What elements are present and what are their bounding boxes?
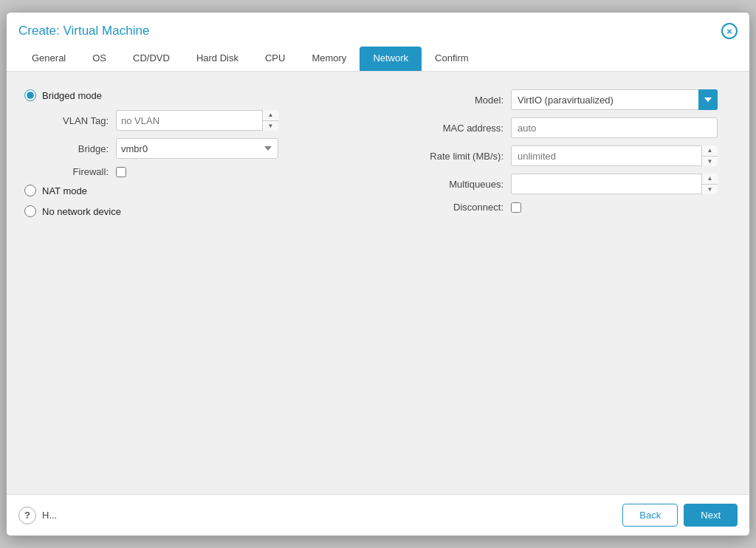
disconnect-checkbox-wrap — [511, 202, 521, 213]
title-row: Create: Virtual Machine × — [18, 23, 738, 39]
tab-harddisk[interactable]: Hard Disk — [183, 47, 252, 71]
mac-label: MAC address: — [393, 123, 504, 134]
disconnect-row: Disconnect: — [393, 202, 732, 213]
vlan-spinner-wrap: ▲ ▼ — [116, 110, 278, 131]
tab-general[interactable]: General — [18, 47, 79, 71]
vlan-label: VLAN Tag: — [42, 115, 109, 126]
tab-network[interactable]: Network — [360, 47, 422, 71]
nat-mode-option[interactable]: NAT mode — [24, 185, 363, 196]
dialog-title: Create: Virtual Machine — [18, 24, 149, 38]
bridge-select[interactable]: vmbr0 — [116, 138, 278, 159]
no-device-radio[interactable] — [24, 205, 36, 217]
bridged-mode-option[interactable]: Bridged mode — [24, 89, 363, 101]
dialog-body: Bridged mode VLAN Tag: ▲ ▼ Bridge: — [7, 72, 749, 494]
tab-memory[interactable]: Memory — [298, 47, 360, 71]
vlan-up-arrow[interactable]: ▲ — [263, 110, 278, 121]
bridged-mode-radio[interactable] — [24, 89, 36, 101]
rate-up-arrow[interactable]: ▲ — [702, 145, 718, 157]
close-button[interactable]: × — [721, 23, 738, 39]
model-select[interactable]: VirtIO (paravirtualized) — [511, 89, 718, 110]
rate-spinner-wrap: ▲ ▼ — [511, 145, 718, 166]
dialog-header: Create: Virtual Machine × General OS CD/… — [7, 13, 749, 72]
firewall-checkbox-wrap — [116, 167, 126, 177]
tab-cpu[interactable]: CPU — [252, 47, 298, 71]
back-button[interactable]: Back — [622, 504, 678, 527]
help-button[interactable]: ? — [18, 507, 36, 524]
tab-confirm[interactable]: Confirm — [422, 47, 482, 71]
multiqueues-row: Multiqueues: ▲ ▼ — [393, 174, 732, 194]
multiqueues-spinner-arrows: ▲ ▼ — [701, 174, 718, 194]
vlan-row: VLAN Tag: ▲ ▼ — [42, 110, 363, 131]
model-label: Model: — [393, 95, 504, 106]
disconnect-label: Disconnect: — [393, 202, 504, 213]
rate-down-arrow[interactable]: ▼ — [702, 157, 718, 167]
disconnect-checkbox[interactable] — [511, 202, 521, 213]
no-device-option[interactable]: No network device — [24, 205, 363, 217]
rate-input[interactable] — [511, 145, 718, 166]
firewall-row: Firewall: — [42, 166, 363, 177]
rate-spinner-arrows: ▲ ▼ — [701, 145, 718, 166]
bridged-mode-label: Bridged mode — [42, 90, 102, 101]
next-button[interactable]: Next — [684, 504, 738, 527]
bridge-row: Bridge: vmbr0 — [42, 138, 363, 159]
footer-left: ? H... — [18, 507, 57, 524]
dialog-footer: ? H... Back Next — [7, 494, 749, 535]
mac-input[interactable] — [511, 117, 718, 138]
multiqueues-up-arrow[interactable]: ▲ — [702, 174, 718, 185]
multiqueues-spinner-wrap: ▲ ▼ — [511, 174, 718, 194]
multiqueues-label: Multiqueues: — [393, 179, 504, 190]
firewall-label: Firewall: — [42, 166, 109, 177]
vlan-input[interactable] — [116, 110, 278, 131]
bridge-label: Bridge: — [42, 143, 109, 154]
multiqueues-input[interactable] — [511, 174, 718, 194]
left-column: Bridged mode VLAN Tag: ▲ ▼ Bridge: — [24, 89, 363, 226]
multiqueues-down-arrow[interactable]: ▼ — [702, 185, 718, 195]
network-grid: Bridged mode VLAN Tag: ▲ ▼ Bridge: — [24, 89, 732, 226]
nat-mode-radio[interactable] — [24, 185, 36, 196]
nat-mode-label: NAT mode — [42, 185, 87, 196]
model-select-wrap: VirtIO (paravirtualized) — [511, 89, 718, 110]
footer-right: Back Next — [622, 504, 738, 527]
firewall-checkbox[interactable] — [116, 167, 126, 177]
tab-bar: General OS CD/DVD Hard Disk CPU Memory N… — [18, 47, 738, 71]
mac-row: MAC address: — [393, 117, 732, 138]
tab-os[interactable]: OS — [79, 47, 120, 71]
rate-label: Rate limit (MB/s): — [393, 151, 504, 162]
vlan-down-arrow[interactable]: ▼ — [263, 121, 278, 131]
no-device-label: No network device — [42, 206, 121, 217]
create-vm-dialog: Create: Virtual Machine × General OS CD/… — [6, 12, 750, 536]
vlan-spinner-arrows: ▲ ▼ — [262, 110, 278, 131]
rate-row: Rate limit (MB/s): ▲ ▼ — [393, 145, 732, 166]
right-column: Model: VirtIO (paravirtualized) — [393, 89, 732, 226]
help-label: H... — [42, 510, 57, 521]
model-row: Model: VirtIO (paravirtualized) — [393, 89, 732, 110]
tab-cddvd[interactable]: CD/DVD — [120, 47, 183, 71]
